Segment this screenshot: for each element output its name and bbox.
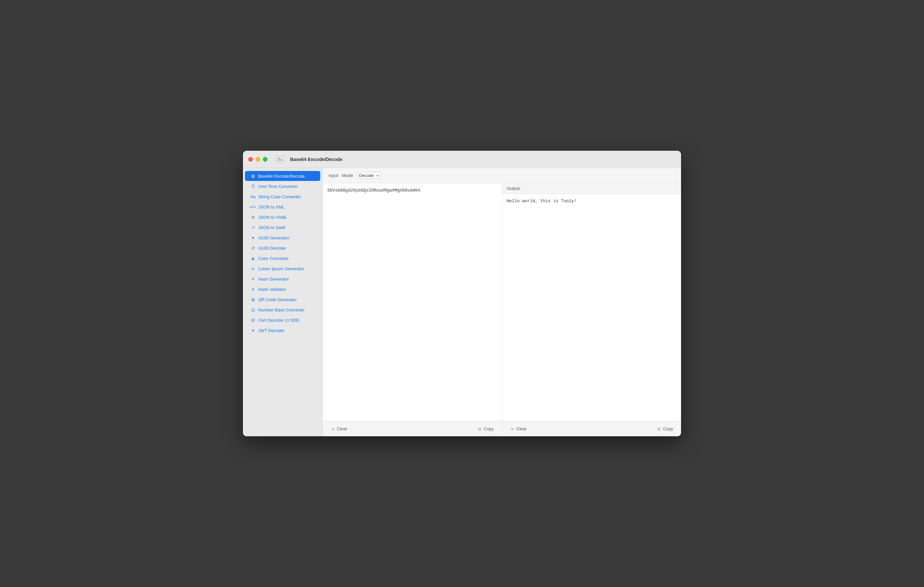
sidebar-item-label-hash-gen: Hash Generator bbox=[258, 276, 289, 281]
input-panel-footer: ✕ Clear ⧉ Copy bbox=[323, 421, 502, 436]
sidebar-item-label-base64: Base64 Encode/Decode bbox=[258, 174, 305, 179]
sidebar-toggle-icon bbox=[278, 158, 282, 160]
output-copy-icon: ⧉ bbox=[657, 427, 662, 431]
sidebar-item-string-case[interactable]: AaString Case Converter bbox=[245, 192, 320, 202]
app-window: Base64 Encode/Decode ⊞Base64 Encode/Deco… bbox=[243, 151, 681, 436]
sidebar-item-label-uuid-dec: UUID Decoder bbox=[258, 246, 286, 251]
jwt-dec-icon: ✳ bbox=[250, 328, 256, 333]
output-clear-label: Clear bbox=[516, 426, 527, 431]
window-title: Base64 Encode/Decode bbox=[290, 157, 343, 162]
sidebar-item-json-xml[interactable]: </>JSON to XML bbox=[245, 202, 320, 212]
traffic-lights bbox=[248, 157, 267, 162]
panels: ✕ Clear ⧉ Copy Output: Hello world, this… bbox=[323, 183, 681, 436]
sidebar-item-label-json-swift: JSON to Swift bbox=[258, 225, 285, 230]
input-copy-button[interactable]: ⧉ Copy bbox=[474, 425, 497, 433]
unix-time-icon: ⏱ bbox=[250, 184, 256, 189]
output-header: Output: bbox=[502, 183, 681, 194]
toolbar: Input: Mode: Encode Decode bbox=[323, 168, 681, 183]
input-copy-label: Copy bbox=[483, 426, 493, 431]
base64-icon: ⊞ bbox=[250, 173, 256, 179]
string-case-icon: Aa bbox=[250, 194, 256, 199]
sidebar-toggle-button[interactable] bbox=[276, 156, 285, 163]
mode-select[interactable]: Encode Decode bbox=[357, 172, 381, 179]
sidebar-item-label-qr-code: QR Code Generator bbox=[258, 297, 297, 302]
sidebar-item-label-string-case: String Case Converter bbox=[258, 194, 301, 199]
uuid-dec-icon: ↺ bbox=[250, 245, 256, 251]
sidebar-item-label-jwt-dec: JWT Decoder bbox=[258, 328, 284, 333]
mode-label: Mode: bbox=[342, 173, 354, 178]
color-conv-icon: ◈ bbox=[250, 256, 256, 261]
input-clear-label: Clear bbox=[337, 426, 347, 431]
output-clear-button[interactable]: ✕ Clear bbox=[507, 425, 530, 433]
output-panel: Output: Hello world, this is Tooly! ✕ Cl… bbox=[502, 183, 681, 436]
hash-val-icon: # bbox=[250, 286, 256, 292]
output-content: Hello world, this is Tooly! bbox=[502, 194, 681, 421]
json-yaml-icon: ≋ bbox=[250, 215, 256, 220]
output-clear-icon: ✕ bbox=[510, 427, 515, 431]
sidebar-item-label-json-xml: JSON to XML bbox=[258, 205, 284, 210]
sidebar-item-label-cert-dec: Cert Decoder (X.509) bbox=[258, 318, 299, 323]
sidebar-item-uuid-dec[interactable]: ↺UUID Decoder bbox=[245, 243, 320, 253]
sidebar-item-hash-gen[interactable]: #Hash Generator bbox=[245, 274, 320, 284]
cert-dec-icon: ⊟ bbox=[250, 317, 256, 323]
minimize-button[interactable] bbox=[256, 157, 260, 162]
titlebar: Base64 Encode/Decode bbox=[243, 151, 681, 168]
sidebar-item-num-base[interactable]: ⊡Number Base Converter bbox=[245, 305, 320, 315]
sidebar: ⊞Base64 Encode/Decode⏱Unix Time Converte… bbox=[243, 168, 323, 436]
input-label: Input: bbox=[328, 173, 340, 178]
lorem-icon: ≡ bbox=[250, 266, 256, 271]
sidebar-item-hash-val[interactable]: #Hash Validator bbox=[245, 284, 320, 294]
input-panel: ✕ Clear ⧉ Copy bbox=[323, 183, 502, 436]
sidebar-item-uuid-gen[interactable]: ✦UUID Generator bbox=[245, 233, 320, 243]
sidebar-item-label-uuid-gen: UUID Generator bbox=[258, 235, 289, 240]
json-swift-icon: ↗ bbox=[250, 225, 256, 230]
sidebar-item-label-json-yaml: JSON to YAML bbox=[258, 215, 287, 220]
close-button[interactable] bbox=[248, 157, 253, 162]
sidebar-item-jwt-dec[interactable]: ✳JWT Decoder bbox=[245, 326, 320, 335]
qr-code-icon: ⊞ bbox=[250, 297, 256, 302]
copy-icon: ⧉ bbox=[477, 427, 482, 431]
sidebar-item-label-color-conv: Color Converter bbox=[258, 256, 289, 261]
sidebar-item-lorem[interactable]: ≡Lorem Ipsum Generator bbox=[245, 264, 320, 274]
json-xml-icon: </> bbox=[250, 204, 256, 210]
sidebar-item-label-lorem: Lorem Ipsum Generator bbox=[258, 266, 304, 271]
maximize-button[interactable] bbox=[263, 157, 267, 162]
sidebar-item-color-conv[interactable]: ◈Color Converter bbox=[245, 253, 320, 263]
sidebar-item-unix-time[interactable]: ⏱Unix Time Converter bbox=[245, 181, 320, 191]
output-panel-footer: ✕ Clear ⧉ Copy bbox=[502, 421, 681, 436]
hash-gen-icon: # bbox=[250, 276, 256, 281]
output-copy-label: Copy bbox=[663, 426, 673, 431]
sidebar-item-qr-code[interactable]: ⊞QR Code Generator bbox=[245, 294, 320, 304]
sidebar-item-label-num-base: Number Base Converter bbox=[258, 308, 305, 313]
sidebar-item-base64[interactable]: ⊞Base64 Encode/Decode bbox=[245, 171, 320, 181]
sidebar-item-label-unix-time: Unix Time Converter bbox=[258, 184, 297, 189]
input-clear-button[interactable]: ✕ Clear bbox=[327, 425, 350, 433]
clear-icon: ✕ bbox=[330, 427, 335, 431]
sidebar-item-cert-dec[interactable]: ⊟Cert Decoder (X.509) bbox=[245, 315, 320, 325]
num-base-icon: ⊡ bbox=[250, 307, 256, 313]
content-area: ⊞Base64 Encode/Decode⏱Unix Time Converte… bbox=[243, 168, 681, 436]
output-copy-button[interactable]: ⧉ Copy bbox=[653, 425, 676, 433]
main-content: Input: Mode: Encode Decode ✕ Clear bbox=[323, 168, 681, 436]
sidebar-item-label-hash-val: Hash Validator bbox=[258, 287, 286, 292]
uuid-gen-icon: ✦ bbox=[250, 235, 256, 240]
sidebar-item-json-yaml[interactable]: ≋JSON to YAML bbox=[245, 212, 320, 222]
input-textarea[interactable] bbox=[323, 183, 502, 421]
sidebar-item-json-swift[interactable]: ↗JSON to Swift bbox=[245, 222, 320, 232]
